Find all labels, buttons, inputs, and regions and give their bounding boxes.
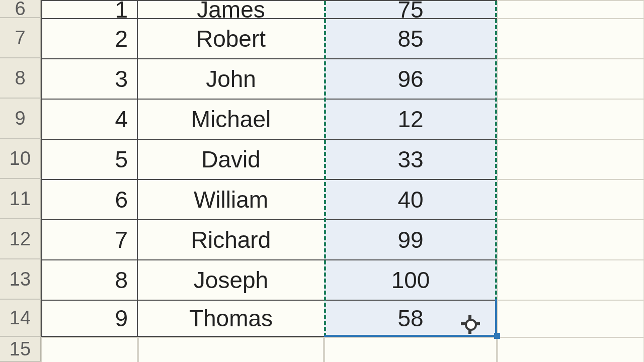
table-row: 7 2 Robert 85	[0, 18, 644, 58]
cell-name[interactable]: William	[138, 179, 324, 219]
table-row: 8 3 John 96	[0, 58, 644, 99]
cell-score[interactable]: 100	[324, 259, 497, 300]
cell-empty[interactable]	[497, 179, 644, 219]
row-header[interactable]: 11	[0, 179, 41, 219]
cell-empty[interactable]	[324, 337, 497, 362]
row-header[interactable]: 10	[0, 139, 41, 179]
cell-empty[interactable]	[497, 300, 644, 337]
row-header[interactable]: 8	[0, 58, 41, 99]
cell-empty[interactable]	[138, 337, 324, 362]
table-row: 15	[0, 337, 644, 362]
row-header[interactable]: 12	[0, 219, 41, 259]
cell-name[interactable]: Joseph	[138, 259, 324, 300]
cell-index[interactable]: 8	[41, 259, 138, 300]
fill-handle[interactable]	[494, 333, 500, 339]
table-row: 14 9 Thomas 58	[0, 300, 644, 337]
cell-score[interactable]: 99	[324, 219, 497, 259]
cell-index[interactable]: 5	[41, 139, 138, 179]
cell-score[interactable]: 33	[324, 139, 497, 179]
cell-index[interactable]: 3	[41, 58, 138, 99]
table-row: 13 8 Joseph 100	[0, 259, 644, 300]
row-header[interactable]: 6	[0, 0, 41, 18]
row-header[interactable]: 15	[0, 337, 41, 362]
cell-name[interactable]: Richard	[138, 219, 324, 259]
row-header[interactable]: 7	[0, 18, 41, 58]
cell-empty[interactable]	[497, 139, 644, 179]
cell-empty[interactable]	[497, 337, 644, 362]
cell-name[interactable]: Michael	[138, 99, 324, 139]
cell-cursor-icon	[462, 316, 480, 334]
row-header[interactable]: 14	[0, 300, 41, 337]
cell-index[interactable]: 7	[41, 219, 138, 259]
cell-score[interactable]: 12	[324, 99, 497, 139]
cell-name[interactable]: Robert	[138, 18, 324, 58]
cell-name[interactable]: John	[138, 58, 324, 99]
cell-empty[interactable]	[497, 219, 644, 259]
cell-name[interactable]: James	[138, 0, 324, 18]
cell-index[interactable]: 2	[41, 18, 138, 58]
cell-name[interactable]: Thomas	[138, 300, 324, 337]
row-header[interactable]: 9	[0, 99, 41, 139]
cell-empty[interactable]	[497, 18, 644, 58]
row-header[interactable]: 13	[0, 259, 41, 300]
gridline	[497, 0, 498, 362]
cell-index[interactable]: 4	[41, 99, 138, 139]
cell-index[interactable]: 6	[41, 179, 138, 219]
table-row: 12 7 Richard 99	[0, 219, 644, 259]
cell-score[interactable]: 96	[324, 58, 497, 99]
cell-empty[interactable]	[497, 0, 644, 18]
cell-score[interactable]: 75	[324, 0, 497, 18]
cell-index[interactable]: 9	[41, 300, 138, 337]
cell-score[interactable]: 40	[324, 179, 497, 219]
cell-empty[interactable]	[497, 259, 644, 300]
spreadsheet-viewport[interactable]: 6 1 James 75 7 2 Robert 85 8 3 John 96 9…	[0, 0, 644, 362]
cell-empty[interactable]	[497, 99, 644, 139]
table-row: 10 5 David 33	[0, 139, 644, 179]
table-row: 6 1 James 75	[0, 0, 644, 18]
table-row: 9 4 Michael 12	[0, 99, 644, 139]
cell-empty[interactable]	[497, 58, 644, 99]
cell-empty[interactable]	[41, 337, 138, 362]
table-row: 11 6 William 40	[0, 179, 644, 219]
cell-score[interactable]: 85	[324, 18, 497, 58]
cell-name[interactable]: David	[138, 139, 324, 179]
cell-index[interactable]: 1	[41, 0, 138, 18]
